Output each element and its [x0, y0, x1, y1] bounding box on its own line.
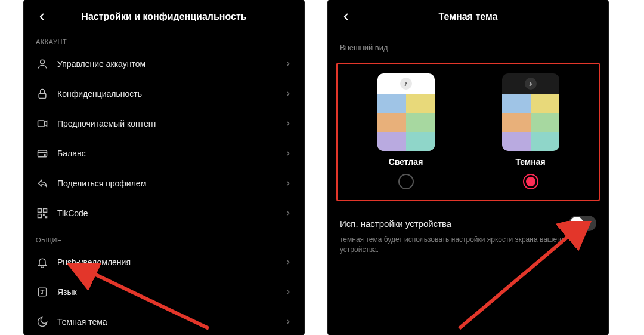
svg-rect-2 [38, 121, 45, 127]
video-icon [36, 117, 49, 130]
share-icon [36, 177, 49, 190]
theme-option-light[interactable]: ♪ Светлая [377, 73, 435, 189]
section-label-general: ОБЩИЕ [24, 228, 304, 247]
header: Настройки и конфиденциальность [24, 0, 304, 30]
toggle-row-device-settings: Исп. настройки устройства [328, 207, 608, 233]
switch-knob [570, 217, 583, 230]
header: Темная тема [328, 0, 608, 30]
user-icon [36, 57, 49, 70]
row-push-notifications[interactable]: Push-уведомления [24, 247, 304, 277]
svg-point-0 [41, 60, 45, 64]
chevron-right-icon [284, 258, 292, 266]
theme-preview-dark: ♪ [502, 73, 559, 151]
page-title: Темная тема [354, 11, 582, 22]
radio-dark[interactable] [523, 174, 538, 189]
chevron-right-icon [284, 209, 292, 217]
row-balance[interactable]: Баланс [24, 139, 304, 168]
svg-rect-8 [38, 214, 42, 218]
section-label-account: АККАУНТ [24, 30, 304, 49]
row-label: Конфиденциальность [57, 89, 284, 99]
language-icon [36, 285, 49, 299]
back-button[interactable] [338, 8, 354, 25]
chevron-right-icon [284, 179, 292, 188]
row-language[interactable]: Язык [24, 277, 304, 307]
chevron-right-icon [284, 288, 292, 296]
toggle-label: Исп. настройки устройства [340, 219, 569, 229]
svg-rect-9 [44, 214, 45, 216]
radio-light[interactable] [398, 174, 414, 189]
moon-icon [36, 315, 49, 328]
row-tikcode[interactable]: TikCode [24, 198, 304, 228]
theme-option-dark[interactable]: ♪ Темная [502, 73, 559, 189]
row-share-profile[interactable]: Поделиться профилем [24, 168, 304, 198]
settings-screen: Настройки и конфиденциальность АККАУНТ У… [24, 0, 304, 335]
theme-selector-highlight: ♪ Светлая ♪ Темная [336, 63, 600, 201]
row-label: Язык [57, 287, 284, 297]
chevron-right-icon [284, 60, 292, 68]
device-settings-switch[interactable] [569, 216, 596, 231]
row-manage-account[interactable]: Управление аккаунтом [24, 49, 304, 79]
row-privacy[interactable]: Конфиденциальность [24, 79, 304, 109]
svg-point-5 [44, 154, 45, 155]
chevron-right-icon [284, 149, 292, 158]
wallet-icon [36, 147, 49, 160]
row-label: Управление аккаунтом [57, 59, 284, 69]
row-label: Поделиться профилем [57, 179, 284, 188]
theme-name: Светлая [389, 157, 423, 167]
lock-icon [36, 87, 49, 100]
row-label: Push-уведомления [57, 257, 284, 267]
row-label: Предпочитаемый контент [57, 119, 284, 128]
chevron-right-icon [284, 119, 292, 128]
svg-rect-6 [38, 209, 42, 213]
row-dark-mode[interactable]: Темная тема [24, 307, 304, 335]
row-label: Баланс [57, 149, 284, 158]
page-title: Настройки и конфиденциальность [50, 11, 278, 22]
note-icon: ♪ [400, 78, 412, 90]
row-content-preferences[interactable]: Предпочитаемый контент [24, 109, 304, 139]
bell-icon [36, 256, 49, 269]
toggle-description: темная тема будет использовать настройки… [328, 233, 608, 255]
back-button[interactable] [33, 8, 50, 25]
chevron-right-icon [284, 90, 292, 98]
qr-icon [36, 207, 49, 220]
row-label: TikCode [57, 208, 284, 218]
theme-name: Темная [515, 157, 545, 167]
appearance-label: Внешний вид [328, 30, 608, 58]
svg-rect-1 [39, 93, 46, 98]
chevron-right-icon [284, 318, 292, 326]
theme-preview-light: ♪ [377, 73, 435, 151]
dark-mode-screen: Темная тема Внешний вид ♪ Светлая ♪ [328, 0, 608, 335]
svg-rect-4 [38, 150, 47, 157]
note-icon: ♪ [525, 78, 537, 90]
svg-rect-7 [44, 209, 47, 213]
svg-rect-10 [45, 216, 47, 218]
row-label: Темная тема [57, 317, 284, 327]
